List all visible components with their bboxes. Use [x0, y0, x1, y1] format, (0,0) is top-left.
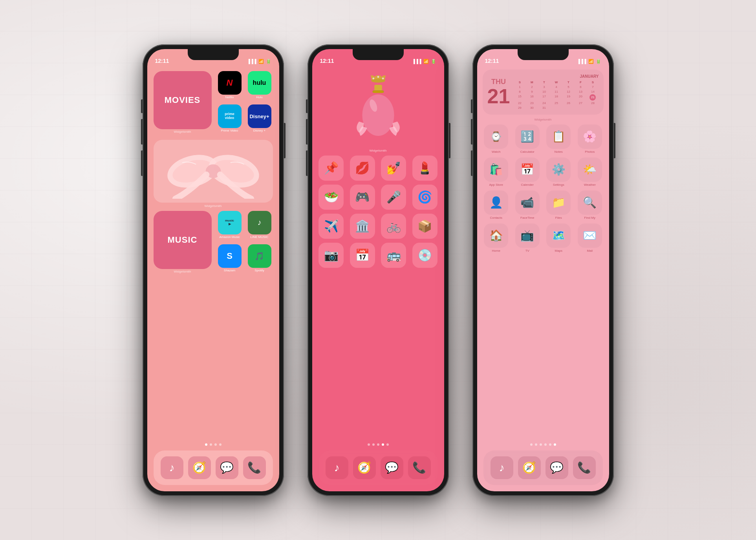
- bow-widget[interactable]: [154, 140, 273, 203]
- cal-header-th: T: [562, 80, 574, 84]
- battery-icon-2: 🔋: [431, 59, 436, 64]
- cal-27: 27: [575, 101, 586, 105]
- cal-28: 28: [587, 101, 599, 105]
- p3-notes-label: Notes: [555, 150, 563, 154]
- signal-icon-2: ▐▐▐: [412, 59, 421, 64]
- music-dock-icon-2[interactable]: ♪: [326, 456, 348, 479]
- phone-2: 12:11 ▐▐▐ 📶 🔋: [308, 44, 449, 496]
- p3-maps-icon: 🗺️: [546, 223, 571, 248]
- p3-watch-app[interactable]: ⌚ Watch: [483, 124, 510, 154]
- spotify-label: Spotify: [254, 269, 264, 272]
- p3-notes-app[interactable]: 📋 Notes: [545, 124, 573, 154]
- phone-dock-icon-1[interactable]: 📞: [243, 456, 266, 479]
- messages-dock-icon-2[interactable]: 💬: [381, 456, 403, 479]
- cal-grid: S M T W T F S 1 2 3 4 5: [514, 80, 599, 110]
- p3-settings-app[interactable]: ⚙️ Settings: [545, 157, 573, 187]
- p3-facetime-app[interactable]: 📹 FaceTime: [514, 190, 541, 220]
- p2-app-lipstick[interactable]: 💄: [411, 156, 439, 181]
- amazon-music-app[interactable]: music▶ Amazon Music: [216, 211, 243, 242]
- p3-dot-4: [544, 443, 547, 446]
- p3-watch-label: Watch: [492, 150, 500, 154]
- p3-weather-app[interactable]: 🌤️ Weather: [576, 157, 604, 187]
- calendar-widget[interactable]: THU 21 JANUARY S M T W T F S: [483, 70, 604, 115]
- p2-app-bank[interactable]: 🏛️: [349, 214, 376, 239]
- line-music-label: LINE MUSIC: [251, 235, 269, 239]
- movies-widget[interactable]: MOVIES: [154, 71, 212, 129]
- p3-mail-icon: ✉️: [578, 223, 602, 248]
- cal-9: 9: [526, 90, 538, 94]
- p2-app-disc[interactable]: 💿: [411, 243, 439, 268]
- status-icons-3: ▐▐▐ 📶 🔋: [577, 59, 601, 64]
- disney-app[interactable]: Disney+ Disney +: [246, 104, 273, 135]
- music-dock-icon-3[interactable]: ♪: [491, 456, 513, 479]
- p3-calculator-app[interactable]: 🔢 Calculator: [514, 124, 541, 154]
- p2-app-food[interactable]: 🥗: [318, 185, 345, 210]
- spotify-app[interactable]: 🎵 Spotify: [246, 244, 273, 275]
- shazam-label: Shazam: [224, 269, 235, 272]
- p3-appstore-app[interactable]: 🛍️ App Store: [483, 157, 510, 187]
- dot-3: [214, 443, 217, 446]
- phone-dock-icon-3[interactable]: 📞: [573, 456, 596, 479]
- widgetsmith-label-3: Widgetsmith: [174, 270, 191, 273]
- p3-maps-app[interactable]: 🗺️ Maps: [545, 223, 573, 253]
- p3-tv-app[interactable]: 📺 TV: [514, 223, 541, 253]
- safari-dock-icon-2[interactable]: 🧭: [353, 456, 376, 479]
- p3-contacts-app[interactable]: 👤 Contacts: [483, 190, 510, 220]
- bow-svg: [158, 144, 268, 199]
- p2-icon-plane: ✈️: [319, 214, 344, 239]
- music-dock-icon-1[interactable]: ♪: [161, 456, 183, 479]
- p2-app-swirl[interactable]: 🌀: [411, 185, 439, 210]
- p2-app-plane[interactable]: ✈️: [318, 214, 345, 239]
- cal-10: 10: [538, 90, 550, 94]
- p3-calendar-app[interactable]: 📅 Calender: [514, 157, 541, 187]
- p3-contacts-icon: 👤: [484, 190, 508, 215]
- p3-facetime-label: FaceTime: [520, 216, 534, 220]
- perfume-widget[interactable]: [319, 70, 437, 148]
- cal-16: 16: [526, 94, 538, 101]
- safari-dock-icon-1[interactable]: 🧭: [188, 456, 211, 479]
- prime-video-app[interactable]: primevideo Prime Video: [216, 104, 243, 135]
- p3-findmy-app[interactable]: 🔍 Find My: [576, 190, 604, 220]
- p2-app-game[interactable]: 🎮: [349, 185, 376, 210]
- netflix-label: Netflix: [225, 95, 234, 99]
- battery-icon-3: 🔋: [596, 59, 601, 64]
- music-section: MUSIC Widgetsmith music▶ Amazon Music ♪: [154, 211, 273, 275]
- p3-calculator-icon: 🔢: [515, 124, 540, 149]
- p2-app-bus[interactable]: 🚌: [380, 243, 408, 268]
- disney-label: Disney +: [253, 129, 265, 132]
- p2-widgetsmith-label: Widgetsmith: [369, 149, 386, 152]
- messages-dock-icon-3[interactable]: 💬: [545, 456, 568, 479]
- p3-files-app[interactable]: 📁 Files: [545, 190, 573, 220]
- p3-tv-label: TV: [525, 249, 529, 253]
- dot-1: [205, 443, 207, 446]
- phone-dock-icon-2[interactable]: 📞: [408, 456, 431, 479]
- hulu-app[interactable]: hulu Hulu: [246, 71, 273, 102]
- p2-app-lipgloss[interactable]: 💋: [349, 156, 376, 181]
- time-2: 12:11: [320, 58, 334, 64]
- cal-15: 15: [514, 94, 525, 101]
- line-music-app[interactable]: ♪ LINE MUSIC: [246, 211, 273, 242]
- p2-app-box[interactable]: 📦: [411, 214, 439, 239]
- p2-app-calendar[interactable]: 📅: [349, 243, 376, 268]
- p3-findmy-icon: 🔍: [578, 190, 602, 215]
- p2-app-mic[interactable]: 🎤: [380, 185, 408, 210]
- p2-icon-disc: 💿: [412, 243, 437, 268]
- svg-point-6: [372, 77, 374, 79]
- cal-12: 12: [562, 90, 574, 94]
- shazam-app[interactable]: S Shazam: [216, 244, 243, 275]
- p2-app-nailpolish[interactable]: 💅: [380, 156, 408, 181]
- p3-mail-app[interactable]: ✉️ Mail: [576, 223, 604, 253]
- status-icons-1: ▐▐▐ 📶 🔋: [247, 59, 271, 64]
- messages-dock-icon-1[interactable]: 💬: [216, 456, 238, 479]
- p2-dot-1: [368, 443, 370, 446]
- p3-home-app[interactable]: 🏠 Home: [483, 223, 510, 253]
- svg-point-8: [382, 77, 384, 79]
- cal-header-f: F: [575, 80, 586, 84]
- p2-app-hairpin[interactable]: 📌: [318, 156, 345, 181]
- p2-app-camera[interactable]: 📷: [318, 243, 345, 268]
- p3-photos-app[interactable]: 🌸 Photos: [576, 124, 604, 154]
- netflix-app[interactable]: N Netflix: [216, 71, 243, 102]
- p2-app-bike[interactable]: 🚲: [380, 214, 408, 239]
- safari-dock-icon-3[interactable]: 🧭: [518, 456, 541, 479]
- music-widget[interactable]: MUSIC: [154, 211, 212, 269]
